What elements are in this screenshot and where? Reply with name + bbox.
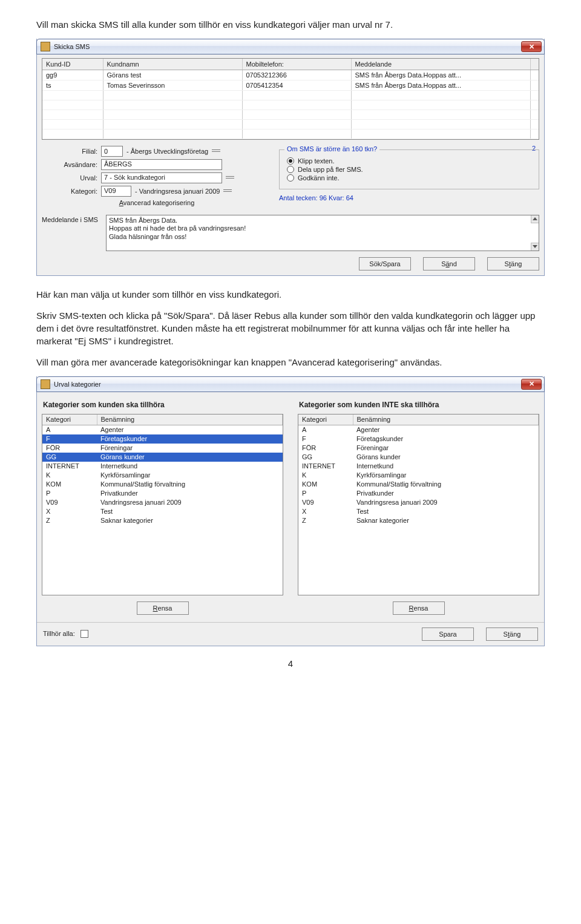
filial-text: - Åbergs Utvecklingsföretag xyxy=(126,148,208,155)
customer-grid[interactable]: Kund-ID Kundnamn Mobiltelefon: Meddeland… xyxy=(42,58,539,140)
list-item[interactable] xyxy=(298,534,539,543)
col-mobil[interactable]: Mobiltelefon: xyxy=(242,59,351,70)
kategori-code-input[interactable]: V09 xyxy=(101,186,131,197)
list-item[interactable] xyxy=(298,571,539,580)
avsandare-input[interactable]: ÅBERGS xyxy=(101,159,222,170)
list-item[interactable]: INTERNETInternetkund xyxy=(42,462,283,471)
list-item[interactable]: V09Vandringsresa januari 2009 xyxy=(298,498,539,507)
list-item[interactable]: FÖRFöreningar xyxy=(298,444,539,453)
list-item[interactable]: PPrivatkunder xyxy=(298,489,539,498)
list-item[interactable] xyxy=(42,534,283,543)
table-row[interactable]: tsTomas Severinsson0705412354SMS från Åb… xyxy=(42,80,539,90)
list-item[interactable]: FÖRFöreningar xyxy=(42,444,283,453)
titlebar[interactable]: Skicka SMS ✕ xyxy=(36,39,545,54)
kategori-label: Kategori: xyxy=(42,188,101,195)
list-cell: Internetkund xyxy=(97,462,283,471)
col-benamning[interactable]: Benämning xyxy=(97,414,283,425)
list-item[interactable]: ZSaknar kategorier xyxy=(42,516,283,525)
list-item[interactable] xyxy=(42,562,283,571)
table-cell: gg9 xyxy=(42,70,103,80)
dropdown-icon[interactable] xyxy=(223,188,232,194)
exclude-category-list[interactable]: Kategori Benämning AAgenterFFöretagskund… xyxy=(298,414,539,595)
col-kundid[interactable]: Kund-ID xyxy=(42,59,103,70)
tillhor-alla-checkbox[interactable] xyxy=(80,630,88,638)
col-benamning[interactable]: Benämning xyxy=(353,414,539,425)
radio-deny[interactable]: Godkänn inte. xyxy=(287,174,531,182)
sok-spara-button[interactable]: Sök/Spara xyxy=(359,257,411,270)
table-row[interactable] xyxy=(42,129,539,139)
list-item[interactable]: XTest xyxy=(298,507,539,516)
list-cell: Saknar kategorier xyxy=(353,516,539,525)
list-item[interactable]: XTest xyxy=(42,507,283,516)
list-cell: INTERNET xyxy=(42,462,97,471)
list-item[interactable] xyxy=(42,580,283,589)
table-row[interactable] xyxy=(42,100,539,110)
message-line: Glada hälsningar från oss! xyxy=(109,233,530,241)
close-button[interactable]: Stäng xyxy=(487,257,539,270)
list-item[interactable] xyxy=(42,543,283,552)
rensa-left-button[interactable]: Rensa xyxy=(137,601,189,615)
list-item[interactable] xyxy=(298,562,539,571)
scroll-down-icon[interactable] xyxy=(531,243,539,251)
list-cell: Föreningar xyxy=(353,444,539,453)
close-icon[interactable]: ✕ xyxy=(521,41,542,52)
send-button[interactable]: Sänd xyxy=(423,257,475,270)
list-item[interactable]: KKyrkförsamlingar xyxy=(298,471,539,480)
table-row[interactable] xyxy=(42,119,539,129)
list-item[interactable] xyxy=(42,525,283,534)
list-item[interactable]: KOMKommunal/Statlig förvaltning xyxy=(42,480,283,489)
urval-kategorier-window: Urval kategorier ✕ Kategorier som kunden… xyxy=(36,376,545,646)
list-item[interactable]: AAgenter xyxy=(42,425,283,434)
list-item[interactable] xyxy=(298,543,539,552)
table-row[interactable] xyxy=(42,90,539,100)
list-item[interactable]: KKyrkförsamlingar xyxy=(42,471,283,480)
col-kategori[interactable]: Kategori xyxy=(42,414,97,425)
list-item[interactable]: PPrivatkunder xyxy=(42,489,283,498)
list-cell: F xyxy=(298,434,353,444)
list-item[interactable]: V09Vandringsresa januari 2009 xyxy=(42,498,283,507)
urval-input[interactable]: 7 - Sök kundkategori xyxy=(101,172,222,183)
radio-clip[interactable]: Klipp texten. xyxy=(287,157,531,165)
paragraph-2: Skriv SMS-texten och klicka på "Sök/Spar… xyxy=(36,309,545,347)
close-icon[interactable]: ✕ xyxy=(521,379,542,390)
list-item[interactable]: GGGörans kunder xyxy=(298,453,539,462)
list-item[interactable] xyxy=(298,580,539,589)
scroll-up-icon[interactable] xyxy=(531,215,539,223)
spara-button[interactable]: Spara xyxy=(422,627,474,641)
filial-label: Filial: xyxy=(42,148,101,155)
rensa-right-button[interactable]: Rensa xyxy=(393,601,445,615)
col-kundnamn[interactable]: Kundnamn xyxy=(103,59,242,70)
close-button[interactable]: Stäng xyxy=(486,627,538,641)
app-icon xyxy=(41,379,50,389)
list-item[interactable] xyxy=(298,552,539,562)
table-cell: SMS från Åbergs Data.Hoppas att... xyxy=(351,70,530,80)
radio-icon[interactable] xyxy=(287,157,294,165)
table-row[interactable]: gg9Görans test07053212366SMS från Åbergs… xyxy=(42,70,539,80)
include-category-list[interactable]: Kategori Benämning AAgenterFFöretagskund… xyxy=(42,414,283,595)
message-textarea[interactable]: SMS från Åbergs Data.Hoppas att ni hade … xyxy=(106,215,539,251)
list-item[interactable]: KOMKommunal/Statlig förvaltning xyxy=(298,480,539,489)
dropdown-icon[interactable] xyxy=(226,175,234,181)
radio-split[interactable]: Dela upp på fler SMS. xyxy=(287,166,531,173)
titlebar[interactable]: Urval kategorier ✕ xyxy=(36,376,545,392)
list-item[interactable]: GGGörans kunder xyxy=(42,453,283,462)
list-item[interactable] xyxy=(298,525,539,534)
dropdown-icon[interactable] xyxy=(212,148,220,154)
advanced-category-link[interactable]: Avancerad kategorisering xyxy=(119,199,195,206)
list-item[interactable]: FFöretagskunder xyxy=(42,434,283,444)
list-cell: V09 xyxy=(298,498,353,507)
list-item[interactable]: ZSaknar kategorier xyxy=(298,516,539,525)
col-meddelande[interactable]: Meddelande xyxy=(351,59,530,70)
list-cell: INTERNET xyxy=(298,462,353,471)
radio-icon[interactable] xyxy=(287,174,294,182)
filial-code-input[interactable]: 0 xyxy=(101,146,123,157)
table-cell: Tomas Severinsson xyxy=(103,80,242,90)
list-item[interactable]: FFöretagskunder xyxy=(298,434,539,444)
list-item[interactable]: AAgenter xyxy=(298,425,539,434)
list-item[interactable] xyxy=(42,552,283,562)
col-kategori[interactable]: Kategori xyxy=(298,414,353,425)
list-item[interactable]: INTERNETInternetkund xyxy=(298,462,539,471)
list-item[interactable] xyxy=(42,571,283,580)
radio-icon[interactable] xyxy=(287,166,294,173)
table-row[interactable] xyxy=(42,110,539,119)
